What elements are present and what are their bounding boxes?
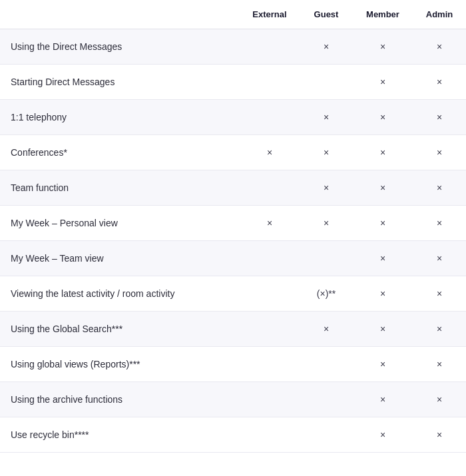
feature-name: Viewing the latest activity / room activ… — [0, 276, 240, 312]
header-guest: Guest — [300, 0, 353, 29]
cell-member: × — [353, 417, 413, 453]
cell-guest: × — [300, 100, 353, 135]
cell-guest: × — [300, 170, 353, 206]
cell-guest — [300, 65, 353, 100]
cell-guest: × — [300, 312, 353, 347]
cell-member: × — [353, 241, 413, 276]
table-row: Using global views (Reports)***×× — [0, 347, 466, 382]
cell-member: × — [353, 29, 413, 65]
permissions-table: External Guest Member Admin Using the Di… — [0, 0, 466, 453]
table-row: Using the Global Search***××× — [0, 312, 466, 347]
cell-member: × — [353, 100, 413, 135]
feature-name: Using global views (Reports)*** — [0, 347, 240, 382]
cell-external — [240, 241, 300, 276]
table-row: Team function××× — [0, 170, 466, 206]
cell-guest — [300, 347, 353, 382]
cell-external — [240, 312, 300, 347]
cell-external — [240, 65, 300, 100]
table-row: Using the archive functions×× — [0, 382, 466, 417]
cell-external — [240, 417, 300, 453]
cell-admin: × — [413, 170, 466, 206]
cell-guest: (×)** — [300, 276, 353, 312]
cell-external — [240, 170, 300, 206]
cell-member: × — [353, 347, 413, 382]
header-external: External — [240, 0, 300, 29]
table-row: Viewing the latest activity / room activ… — [0, 276, 466, 312]
feature-name: Team function — [0, 170, 240, 206]
feature-name: Starting Direct Messages — [0, 65, 240, 100]
cell-admin: × — [413, 135, 466, 170]
feature-name: Using the archive functions — [0, 382, 240, 417]
cell-guest: × — [300, 206, 353, 241]
cell-member: × — [353, 382, 413, 417]
cell-admin: × — [413, 276, 466, 312]
cell-member: × — [353, 206, 413, 241]
table-row: Using the Direct Messages××× — [0, 29, 466, 65]
cell-admin: × — [413, 29, 466, 65]
cell-admin: × — [413, 312, 466, 347]
cell-admin: × — [413, 241, 466, 276]
table-row: Starting Direct Messages×× — [0, 65, 466, 100]
feature-name: Conferences* — [0, 135, 240, 170]
cell-guest — [300, 241, 353, 276]
feature-name: My Week – Personal view — [0, 206, 240, 241]
cell-guest — [300, 382, 353, 417]
feature-name: Using the Direct Messages — [0, 29, 240, 65]
cell-admin: × — [413, 100, 466, 135]
cell-admin: × — [413, 382, 466, 417]
table-row: My Week – Personal view×××× — [0, 206, 466, 241]
header-admin: Admin — [413, 0, 466, 29]
cell-external — [240, 276, 300, 312]
cell-member: × — [353, 65, 413, 100]
table-row: Conferences*×××× — [0, 135, 466, 170]
table-row: My Week – Team view×× — [0, 241, 466, 276]
cell-admin: × — [413, 347, 466, 382]
feature-name: 1:1 telephony — [0, 100, 240, 135]
cell-external: × — [240, 135, 300, 170]
cell-guest — [300, 417, 353, 453]
cell-guest: × — [300, 29, 353, 65]
table-row: Use recycle bin****×× — [0, 417, 466, 453]
cell-admin: × — [413, 417, 466, 453]
cell-external — [240, 347, 300, 382]
cell-admin: × — [413, 65, 466, 100]
cell-member: × — [353, 170, 413, 206]
header-member: Member — [353, 0, 413, 29]
cell-guest: × — [300, 135, 353, 170]
feature-name: Using the Global Search*** — [0, 312, 240, 347]
cell-external: × — [240, 206, 300, 241]
table-row: 1:1 telephony××× — [0, 100, 466, 135]
cell-external — [240, 382, 300, 417]
header-feature — [0, 0, 240, 29]
cell-external — [240, 29, 300, 65]
cell-member: × — [353, 276, 413, 312]
feature-name: Use recycle bin**** — [0, 417, 240, 453]
feature-name: My Week – Team view — [0, 241, 240, 276]
cell-member: × — [353, 312, 413, 347]
cell-external — [240, 100, 300, 135]
cell-member: × — [353, 135, 413, 170]
cell-admin: × — [413, 206, 466, 241]
